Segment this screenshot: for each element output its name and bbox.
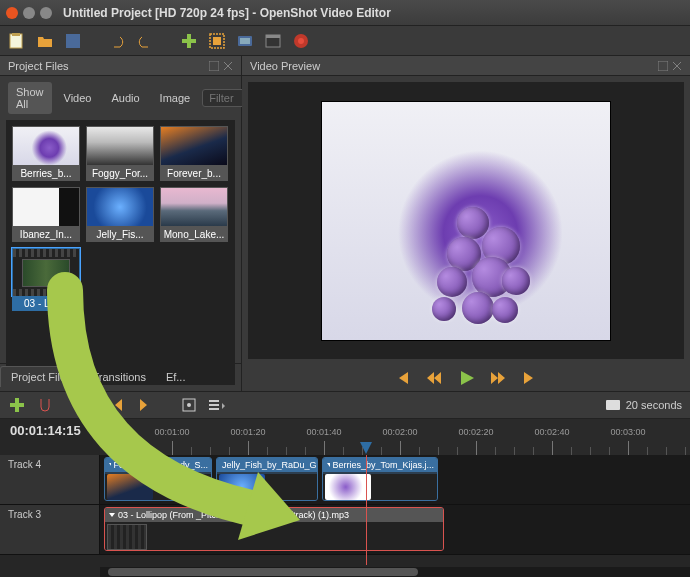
ruler-timestamp: 00:01:40 — [306, 427, 341, 437]
window-title: Untitled Project [HD 720p 24 fps] - Open… — [63, 6, 391, 20]
svg-rect-16 — [658, 61, 668, 71]
svg-rect-21 — [209, 400, 219, 402]
zoom-slider-icon — [606, 400, 620, 410]
window-maximize-button[interactable] — [40, 7, 52, 19]
clip-thumbnail — [105, 522, 443, 551]
file-item[interactable]: Forever_b... — [160, 126, 228, 181]
file-item[interactable]: 03 - Loll... — [12, 248, 80, 311]
file-item[interactable]: Ibanez_In... — [12, 187, 80, 242]
timeline-ruler[interactable]: 00:01:0000:01:2000:01:4000:02:0000:02:20… — [100, 419, 690, 455]
tab-show-all[interactable]: Show All — [8, 82, 52, 114]
project-files-header: Project Files — [0, 56, 241, 76]
rewind-icon[interactable] — [426, 370, 442, 386]
file-item[interactable]: Jelly_Fis... — [86, 187, 154, 242]
preview-viewport — [248, 82, 684, 359]
jump-end-icon[interactable] — [522, 370, 538, 386]
main-toolbar — [0, 26, 690, 56]
prev-marker-icon[interactable] — [108, 396, 126, 414]
tab-audio[interactable]: Audio — [103, 88, 147, 108]
image-thumbnail — [12, 126, 80, 166]
svg-rect-18 — [10, 403, 24, 407]
next-marker-icon[interactable] — [136, 396, 154, 414]
snap-icon[interactable] — [36, 396, 54, 414]
import-files-icon[interactable] — [180, 32, 198, 50]
preview-frame — [321, 101, 611, 341]
svg-point-20 — [187, 403, 191, 407]
file-name-label: Berries_b... — [12, 166, 80, 181]
file-item[interactable]: Foggy_For... — [86, 126, 154, 181]
file-item[interactable]: Berries_b... — [12, 126, 80, 181]
window-titlebar: Untitled Project [HD 720p 24 fps] - Open… — [0, 0, 690, 26]
svg-rect-12 — [266, 35, 280, 38]
video-preview-header: Video Preview — [242, 56, 690, 76]
jump-start-icon[interactable] — [394, 370, 410, 386]
add-track-icon[interactable] — [8, 396, 26, 414]
redo-icon[interactable] — [136, 32, 154, 50]
razor-dropdown-icon[interactable] — [80, 396, 98, 414]
project-files-title: Project Files — [8, 60, 69, 72]
clip-thumbnail — [217, 474, 317, 501]
current-time-display: 00:01:14:15 — [10, 423, 81, 443]
choose-profile-icon[interactable] — [236, 32, 254, 50]
svg-rect-15 — [209, 61, 219, 71]
window-close-button[interactable] — [6, 7, 18, 19]
clip-menu-icon[interactable] — [108, 461, 111, 469]
file-name-label: Ibanez_In... — [12, 227, 80, 242]
preview-close-icon[interactable] — [672, 61, 682, 71]
transport-controls — [242, 365, 690, 391]
tab-image[interactable]: Image — [152, 88, 199, 108]
fullscreen-icon[interactable] — [264, 32, 282, 50]
clip-header: 03 - Lollipop (From _Pitch Perfect 2_ So… — [105, 508, 443, 522]
timeline-scrollbar-thumb[interactable] — [108, 568, 418, 576]
video-clip[interactable]: Forever_by_Shady_S... — [104, 457, 212, 501]
tab-video[interactable]: Video — [56, 88, 100, 108]
svg-rect-23 — [209, 408, 219, 410]
audio-thumbnail-icon — [12, 248, 80, 296]
window-minimize-button[interactable] — [23, 7, 35, 19]
clip-menu-icon[interactable] — [108, 511, 116, 519]
tab-effects[interactable]: Ef... — [156, 367, 196, 387]
video-clip[interactable]: Jelly_Fish_by_RaDu_G... — [216, 457, 318, 501]
panel-float-icon[interactable] — [209, 61, 219, 71]
video-preview-title: Video Preview — [250, 60, 320, 72]
clip-header: Forever_by_Shady_S... — [105, 458, 211, 472]
zoom-level[interactable]: 20 seconds — [606, 399, 682, 411]
profiles-icon[interactable] — [208, 32, 226, 50]
ruler-timestamp: 00:03:00 — [610, 427, 645, 437]
export-video-icon[interactable] — [292, 32, 310, 50]
undo-icon[interactable] — [108, 32, 126, 50]
preview-float-icon[interactable] — [658, 61, 668, 71]
audio-clip[interactable]: 03 - Lollipop (From _Pitch Perfect 2_ So… — [104, 507, 444, 551]
track-row[interactable]: Track 4Forever_by_Shady_S...Jelly_Fish_b… — [0, 455, 690, 505]
image-thumbnail — [86, 126, 154, 166]
open-project-icon[interactable] — [36, 32, 54, 50]
file-name-label: Foggy_For... — [86, 166, 154, 181]
file-grid: Berries_b...Foggy_For...Forever_b...Iban… — [6, 120, 235, 385]
timeline: 00:01:14:15 00:01:0000:01:2000:01:4000:0… — [0, 419, 690, 577]
play-icon[interactable] — [458, 370, 474, 386]
fast-forward-icon[interactable] — [490, 370, 506, 386]
timeline-scrollbar[interactable] — [100, 567, 690, 577]
new-project-icon[interactable] — [8, 32, 26, 50]
file-name-label: Mono_Lake... — [160, 227, 228, 242]
image-thumbnail — [160, 126, 228, 166]
playhead-icon[interactable] — [359, 441, 373, 455]
zoom-level-label: 20 seconds — [626, 399, 682, 411]
save-project-icon[interactable] — [64, 32, 82, 50]
clip-thumbnail — [323, 474, 437, 501]
tab-project-files[interactable]: Project Files — [0, 366, 83, 387]
file-name-label: Forever_b... — [160, 166, 228, 181]
video-clip[interactable]: Berries_by_Tom_Kijas.j... — [322, 457, 438, 501]
timeline-toolbar: 20 seconds — [0, 391, 690, 419]
track-label[interactable]: Track 3 — [0, 505, 100, 554]
timeline-settings-dropdown-icon[interactable] — [208, 396, 226, 414]
file-filter-tabs: Show All Video Audio Image — [0, 76, 241, 120]
center-playhead-icon[interactable] — [180, 396, 198, 414]
file-item[interactable]: Mono_Lake... — [160, 187, 228, 242]
track-row[interactable]: Track 303 - Lollipop (From _Pitch Perfec… — [0, 505, 690, 555]
tab-transitions[interactable]: Transitions — [83, 367, 156, 387]
clip-menu-icon[interactable] — [326, 461, 330, 469]
panel-close-icon[interactable] — [223, 61, 233, 71]
track-label[interactable]: Track 4 — [0, 455, 100, 504]
svg-rect-1 — [12, 33, 20, 36]
